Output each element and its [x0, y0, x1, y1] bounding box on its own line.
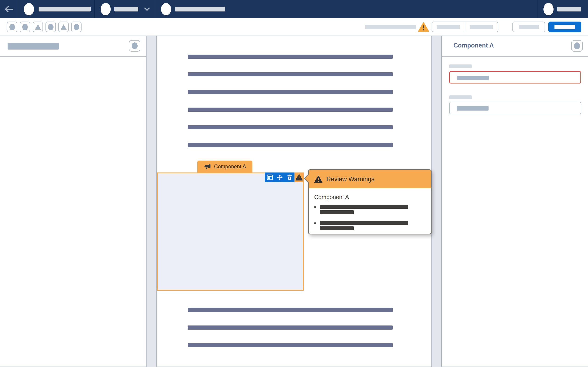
arrow-left-icon	[4, 5, 14, 13]
page-canvas: Component A	[156, 36, 432, 367]
paragraph-line-placeholder	[188, 72, 393, 76]
header-app-menu[interactable]	[18, 0, 95, 18]
input-value-placeholder	[457, 106, 489, 110]
tool-button-circle[interactable]	[71, 22, 82, 32]
properties-panel: Component A	[441, 36, 588, 367]
toolbar-right-group	[365, 22, 581, 32]
layout-icon	[267, 174, 273, 180]
user-name-placeholder	[557, 7, 581, 11]
user-avatar	[544, 3, 553, 15]
chevron-down-icon	[144, 7, 150, 11]
paragraph-line-placeholder	[188, 125, 393, 129]
circle-icon	[9, 24, 15, 30]
sidebar-collapse-button[interactable]	[129, 40, 140, 52]
avatar	[101, 3, 111, 15]
trash-icon	[286, 174, 293, 181]
avatar	[161, 3, 171, 15]
component-action-toolbar	[265, 173, 304, 182]
tool-button-circle[interactable]	[45, 22, 56, 32]
warning-indicator-button[interactable]	[418, 22, 429, 32]
warning-line-placeholder	[320, 210, 354, 214]
circle-icon	[48, 24, 53, 30]
status-text-placeholder	[365, 25, 416, 29]
paragraph-line-placeholder	[188, 308, 393, 312]
tool-button-circle[interactable]	[7, 22, 17, 32]
field-label-placeholder	[449, 65, 472, 68]
selected-component-tab-label: Component A	[214, 164, 246, 170]
button-label-placeholder	[437, 25, 460, 29]
property-input[interactable]	[449, 102, 581, 114]
properties-panel-title: Component A	[453, 42, 494, 49]
header-page-label	[155, 0, 229, 18]
tool-button-circle[interactable]	[20, 22, 30, 32]
warning-line-placeholder	[320, 221, 408, 225]
component-move-button[interactable]	[275, 173, 285, 182]
header-context-dropdown[interactable]	[95, 0, 155, 18]
selected-component[interactable]	[157, 173, 304, 291]
paragraph-line-placeholder	[188, 55, 393, 59]
sidebar-title-placeholder	[8, 43, 59, 50]
warning-triangle-icon	[418, 22, 429, 32]
circle-icon	[22, 24, 28, 30]
global-header	[0, 0, 588, 18]
tool-button-strip	[7, 22, 84, 32]
paragraph-line-placeholder	[188, 343, 393, 347]
properties-panel-header: Component A	[442, 36, 588, 57]
component-warning-button[interactable]	[294, 173, 304, 182]
review-warnings-popover: Review Warnings Component A	[308, 169, 432, 234]
triangle-icon	[61, 24, 67, 30]
warning-item	[314, 221, 425, 232]
components-sidebar-header	[0, 36, 146, 57]
move-icon	[277, 174, 283, 181]
button-label-placeholder	[554, 25, 575, 29]
warning-line-placeholder	[320, 226, 354, 230]
megaphone-icon	[204, 163, 211, 170]
bullet-dot	[314, 206, 316, 208]
button-label-placeholder	[519, 25, 539, 29]
tool-button-triangle[interactable]	[58, 22, 69, 32]
view-toggle-left-button[interactable]	[432, 22, 465, 32]
builder-toolbar	[0, 18, 588, 36]
popover-header: Review Warnings	[309, 170, 431, 188]
property-input-error[interactable]	[449, 71, 581, 83]
components-sidebar	[0, 36, 147, 367]
back-button[interactable]	[0, 0, 18, 18]
paragraph-line-placeholder	[188, 325, 393, 330]
properties-collapse-button[interactable]	[571, 40, 583, 52]
input-value-placeholder	[457, 76, 489, 80]
secondary-action-button[interactable]	[512, 22, 545, 32]
warning-text-placeholder	[320, 205, 408, 216]
view-toggle-right-button[interactable]	[465, 22, 498, 32]
paragraph-line-placeholder	[188, 143, 393, 147]
field-label-placeholder	[449, 95, 472, 99]
avatar	[24, 3, 34, 15]
builder-workspace: Component A	[0, 36, 588, 367]
component-delete-button[interactable]	[285, 173, 294, 182]
selected-component-tab: Component A	[197, 161, 252, 173]
circle-icon	[74, 24, 79, 30]
primary-action-button[interactable]	[548, 22, 581, 32]
triangle-icon	[35, 24, 41, 30]
header-context-placeholder	[114, 7, 138, 11]
tool-button-triangle[interactable]	[33, 22, 43, 32]
popover-body: Component A	[309, 188, 431, 232]
warning-line-placeholder	[320, 205, 408, 209]
ellipse-icon	[132, 42, 138, 49]
warning-triangle-icon	[295, 174, 303, 181]
button-label-placeholder	[470, 25, 493, 29]
popover-title: Review Warnings	[326, 176, 374, 183]
warning-list	[314, 205, 425, 232]
ellipse-icon	[574, 42, 580, 49]
warning-text-placeholder	[320, 221, 408, 232]
popover-component-name: Component A	[314, 194, 425, 200]
header-title-placeholder	[39, 7, 91, 11]
warning-triangle-icon	[314, 175, 322, 183]
component-layout-button[interactable]	[265, 173, 275, 182]
user-menu[interactable]	[537, 0, 588, 18]
view-toggle-group	[432, 22, 498, 32]
bullet-dot	[314, 222, 316, 224]
paragraph-line-placeholder	[188, 108, 393, 112]
paragraph-line-placeholder	[188, 90, 393, 94]
header-page-placeholder	[175, 7, 225, 11]
warning-item	[314, 205, 425, 216]
